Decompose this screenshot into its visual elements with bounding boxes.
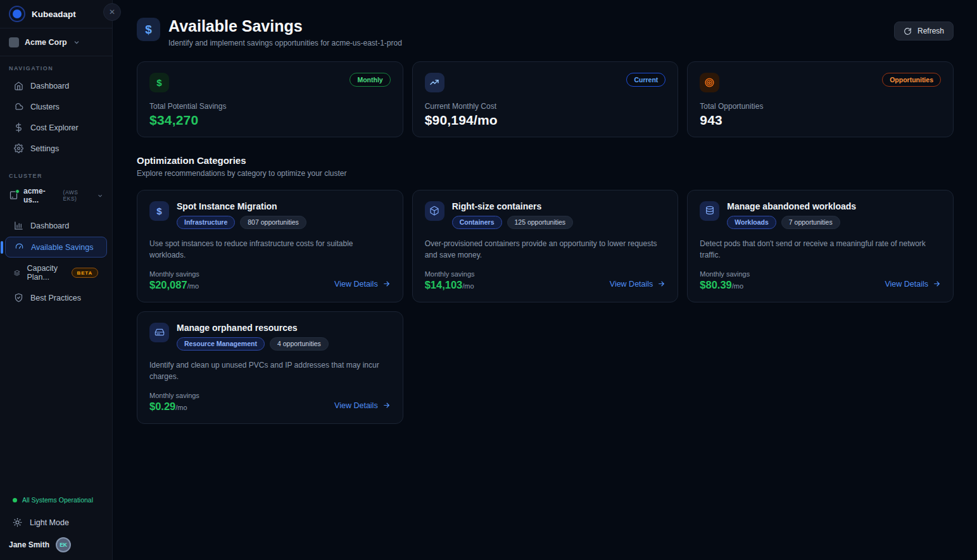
org-avatar bbox=[9, 37, 19, 47]
cloud-icon bbox=[14, 102, 23, 111]
dollar-icon bbox=[14, 123, 23, 132]
sidebar-item-settings[interactable]: Settings bbox=[5, 139, 107, 158]
category-card-manage-orphaned-resources[interactable]: Manage orphaned resources Resource Manag… bbox=[137, 311, 403, 424]
category-tag-badge: Infrastructure bbox=[177, 216, 235, 229]
view-details-label: View Details bbox=[334, 401, 378, 410]
arrow-right-icon bbox=[657, 280, 665, 288]
gauge-icon bbox=[15, 242, 24, 252]
target-icon bbox=[700, 73, 719, 92]
hard-drive-icon bbox=[149, 323, 169, 342]
sidebar-item-label: Clusters bbox=[30, 103, 60, 111]
sidebar-item-dashboard[interactable]: Dashboard bbox=[5, 76, 107, 96]
category-tag-badge: Resource Management bbox=[177, 337, 265, 351]
sidebar-item-cluster-dashboard[interactable]: Dashboard bbox=[5, 216, 107, 235]
chevron-down-icon bbox=[97, 192, 103, 199]
savings-value: $14,103/mo bbox=[425, 279, 475, 291]
category-tag-badge: Containers bbox=[452, 216, 502, 229]
categories-grid: $ Spot Instance Migration Infrastructure… bbox=[137, 190, 954, 424]
trending-up-icon bbox=[425, 73, 444, 92]
status-text: All Systems Operational bbox=[22, 496, 93, 504]
dollar-icon: $ bbox=[149, 201, 169, 221]
avatar[interactable]: EK bbox=[56, 537, 71, 552]
sidebar-item-best-practices[interactable]: Best Practices bbox=[5, 288, 107, 308]
category-title: Right-size containers bbox=[452, 201, 573, 211]
stat-card-current-monthly-cost: Current Current Monthly Cost $90,194/mo bbox=[412, 61, 679, 137]
opportunity-count-badge: 7 opportunities bbox=[781, 216, 840, 229]
category-card-manage-abandoned-workloads[interactable]: Manage abandoned workloads Workloads 7 o… bbox=[687, 190, 954, 302]
view-details-link[interactable]: View Details bbox=[610, 280, 666, 291]
stat-value: $90,194/mo bbox=[425, 113, 666, 128]
opportunity-count-badge: 807 opportunities bbox=[240, 216, 306, 229]
sun-icon bbox=[13, 518, 22, 527]
sidebar-item-label: Dashboard bbox=[30, 221, 69, 230]
category-description: Detect pods that don't send or receive a… bbox=[700, 238, 941, 261]
savings-dollar-icon: $ bbox=[137, 18, 160, 41]
opportunity-count-badge: 4 opportunities bbox=[270, 337, 329, 351]
sidebar-item-cost-explorer[interactable]: Cost Explorer bbox=[5, 118, 107, 137]
savings-period: /mo bbox=[462, 282, 474, 290]
stat-value: $34,270 bbox=[149, 113, 391, 128]
stat-card-total-opportunities: Opportunities Total Opportunities 943 bbox=[687, 61, 954, 137]
dollar-icon: $ bbox=[149, 73, 169, 92]
cluster-section-label: CLUSTER bbox=[0, 159, 112, 183]
beta-badge: BETA bbox=[72, 268, 98, 278]
category-description: Identify and clean up unused PVCs and IP… bbox=[149, 359, 391, 383]
category-card-spot-instance-migration[interactable]: $ Spot Instance Migration Infrastructure… bbox=[137, 190, 403, 302]
gear-icon bbox=[14, 144, 23, 153]
sidebar-item-label: Capacity Plan... bbox=[27, 264, 61, 282]
savings-label: Monthly savings bbox=[700, 270, 750, 278]
package-icon bbox=[425, 201, 444, 221]
cluster-provider: (AWS EKS) bbox=[63, 189, 92, 202]
category-description: Over-provisioned containers provide an o… bbox=[425, 238, 666, 261]
close-icon: ✕ bbox=[109, 8, 115, 16]
arrow-right-icon bbox=[382, 280, 391, 288]
chevron-down-icon bbox=[73, 39, 80, 46]
savings-label: Monthly savings bbox=[425, 270, 475, 278]
sidebar-item-capacity-planner[interactable]: Capacity Plan... BETA bbox=[5, 259, 107, 287]
opportunity-count-badge: 125 opportunities bbox=[507, 216, 574, 229]
org-switcher[interactable]: Acme Corp bbox=[0, 28, 112, 56]
view-details-label: View Details bbox=[334, 280, 378, 289]
section-subtitle: Explore recommendations by category to o… bbox=[137, 169, 954, 178]
sidebar-item-label: Available Savings bbox=[31, 243, 93, 252]
refresh-icon bbox=[904, 27, 912, 35]
user-row: Jane Smith EK bbox=[9, 537, 103, 552]
brand-name: Kubeadapt bbox=[32, 9, 76, 19]
category-title: Spot Instance Migration bbox=[177, 201, 306, 211]
refresh-label: Refresh bbox=[917, 27, 944, 35]
stat-label: Total Potential Savings bbox=[149, 102, 391, 111]
cluster-selector[interactable]: acme-us... (AWS EKS) bbox=[0, 183, 112, 211]
savings-period: /mo bbox=[732, 282, 743, 290]
theme-toggle[interactable]: Light Mode bbox=[9, 513, 103, 537]
database-icon bbox=[700, 201, 719, 221]
arrow-right-icon bbox=[933, 280, 941, 288]
savings-period: /mo bbox=[175, 404, 187, 411]
opportunities-badge: Opportunities bbox=[882, 73, 941, 87]
view-details-label: View Details bbox=[885, 280, 928, 289]
section-title: Optimization Categories bbox=[137, 155, 954, 166]
view-details-link[interactable]: View Details bbox=[334, 280, 391, 291]
bar-chart-icon bbox=[14, 221, 23, 230]
stats-row: $ Monthly Total Potential Savings $34,27… bbox=[137, 61, 954, 137]
layers-icon bbox=[14, 268, 20, 278]
page-header: $ Available Savings Identify and impleme… bbox=[137, 18, 954, 47]
stat-card-total-potential-savings: $ Monthly Total Potential Savings $34,27… bbox=[137, 61, 403, 137]
category-card-right-size-containers[interactable]: Right-size containers Containers 125 opp… bbox=[412, 190, 679, 302]
category-description: Use spot instances to reduce infrastruct… bbox=[149, 238, 391, 261]
savings-value: $20,087/mo bbox=[149, 279, 199, 291]
sidebar-collapse-button[interactable]: ✕ bbox=[103, 3, 121, 21]
view-details-link[interactable]: View Details bbox=[885, 280, 941, 291]
sidebar-item-clusters[interactable]: Clusters bbox=[5, 97, 107, 116]
current-badge: Current bbox=[626, 73, 665, 87]
sidebar-item-available-savings[interactable]: Available Savings bbox=[5, 237, 107, 258]
cluster-status-dot bbox=[15, 189, 20, 194]
sidebar-item-label: Dashboard bbox=[30, 82, 69, 90]
page-subtitle: Identify and implement savings opportuni… bbox=[168, 39, 402, 47]
refresh-button[interactable]: Refresh bbox=[894, 22, 954, 40]
org-name: Acme Corp bbox=[25, 38, 67, 47]
kubeadapt-logo bbox=[9, 6, 25, 22]
savings-value: $0.29/mo bbox=[149, 401, 199, 413]
view-details-link[interactable]: View Details bbox=[334, 401, 391, 413]
stat-label: Current Monthly Cost bbox=[425, 102, 666, 111]
category-tag-badge: Workloads bbox=[727, 216, 776, 229]
